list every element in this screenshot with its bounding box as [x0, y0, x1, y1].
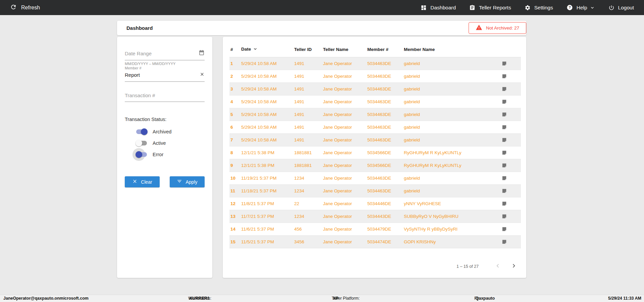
note-icon[interactable]	[501, 150, 507, 155]
note-icon[interactable]	[501, 226, 507, 231]
cell-date[interactable]: 5/29/24 10:58 AM	[241, 108, 294, 121]
nav-settings[interactable]: Settings	[525, 5, 553, 11]
cell-member-num[interactable]: 5034463DE	[367, 70, 404, 83]
note-icon[interactable]	[501, 239, 507, 244]
note-icon[interactable]	[501, 201, 507, 206]
note-icon[interactable]	[501, 73, 507, 78]
cell-teller-name[interactable]: Jane Operator	[323, 197, 367, 210]
not-archived-badge[interactable]: Not Archived: 27	[469, 22, 526, 34]
cell-teller-id[interactable]: 1491	[294, 108, 323, 121]
cell-member-name[interactable]: gabrield	[404, 134, 501, 146]
cell-member-name[interactable]: SUBByRyO V NyGyBHIRU	[404, 210, 501, 223]
nav-teller-reports[interactable]: Teller Reports	[469, 5, 511, 11]
cell-date[interactable]: 11/19/21 5:37 PM	[241, 172, 294, 185]
cell-member-num[interactable]: 5034463DE	[367, 172, 404, 185]
cell-teller-name[interactable]: Jane Operator	[323, 70, 367, 83]
cell-teller-id[interactable]: 3456	[294, 236, 323, 248]
nav-help[interactable]: ? Help	[567, 4, 595, 11]
cell-member-num[interactable]: 5034463DE	[367, 134, 404, 146]
note-icon[interactable]	[501, 214, 507, 219]
cell-date[interactable]: 5/29/24 10:58 AM	[241, 83, 294, 96]
col-header-teller-id[interactable]: Teller ID	[294, 43, 323, 57]
col-header-member-name[interactable]: Member Name	[404, 43, 501, 57]
table-row[interactable]: 3 5/29/24 10:58 AM 1491 Jane Operator 50…	[229, 83, 521, 96]
toggle-archived[interactable]: Archived	[136, 126, 205, 137]
cell-teller-id[interactable]: 1881881	[294, 146, 323, 159]
cell-date[interactable]: 5/29/24 10:58 AM	[241, 57, 294, 70]
note-icon[interactable]	[501, 188, 507, 193]
cell-member-num[interactable]: 5034463DE	[367, 185, 404, 197]
active-switch[interactable]	[136, 140, 148, 146]
cell-member-num[interactable]: 5034443DE	[367, 210, 404, 223]
cell-member-num[interactable]: 5034479DE	[367, 223, 404, 236]
cell-teller-id[interactable]: 1491	[294, 70, 323, 83]
calendar-icon[interactable]	[199, 50, 205, 57]
table-row[interactable]: 1 5/29/24 10:58 AM 1491 Jane Operator 50…	[229, 57, 521, 70]
cell-date[interactable]: 5/29/24 10:58 AM	[241, 134, 294, 146]
clear-button[interactable]: Clear	[125, 176, 160, 187]
cell-member-name[interactable]: yNNY VyRGHESE	[404, 197, 501, 210]
cell-teller-name[interactable]: Jane Operator	[323, 121, 367, 134]
cell-teller-id[interactable]: 1881881	[294, 159, 323, 172]
cell-member-name[interactable]: gabrield	[404, 108, 501, 121]
cell-member-name[interactable]: gabrield	[404, 57, 501, 70]
cell-teller-id[interactable]: 1491	[294, 134, 323, 146]
cell-member-num[interactable]: 5034463DE	[367, 57, 404, 70]
table-row[interactable]: 8 12/1/21 5:38 PM 1881881 Jane Operator …	[229, 146, 521, 159]
cell-teller-name[interactable]: Jane Operator	[323, 146, 367, 159]
table-row[interactable]: 9 12/1/21 5:38 PM 1881881 Jane Operator …	[229, 159, 521, 172]
cell-member-num[interactable]: 5034446DE	[367, 197, 404, 210]
cell-teller-id[interactable]: 1491	[294, 57, 323, 70]
cell-member-num[interactable]: 5034463DE	[367, 96, 404, 108]
table-row[interactable]: 12 11/8/21 5:37 PM 22 Jane Operator 5034…	[229, 197, 521, 210]
cell-teller-name[interactable]: Jane Operator	[323, 223, 367, 236]
cell-teller-name[interactable]: Jane Operator	[323, 185, 367, 197]
table-row[interactable]: 13 11/7/21 5:37 PM 1234 Jane Operator 50…	[229, 210, 521, 223]
cell-date[interactable]: 11/8/21 5:37 PM	[241, 197, 294, 210]
cell-teller-name[interactable]: Jane Operator	[323, 236, 367, 248]
cell-member-num[interactable]: 5034463DE	[367, 83, 404, 96]
cell-member-name[interactable]: gabrield	[404, 96, 501, 108]
table-row[interactable]: 2 5/29/24 10:58 AM 1491 Jane Operator 50…	[229, 70, 521, 83]
cell-member-name[interactable]: gabrield	[404, 121, 501, 134]
cell-member-name[interactable]: gabrield	[404, 70, 501, 83]
next-page-button[interactable]	[510, 262, 518, 270]
cell-teller-id[interactable]: 22	[294, 197, 323, 210]
table-row[interactable]: 5 5/29/24 10:58 AM 1491 Jane Operator 50…	[229, 108, 521, 121]
table-row[interactable]: 15 11/5/21 5:37 PM 3456 Jane Operator 50…	[229, 236, 521, 248]
col-header-member-num[interactable]: Member #	[367, 43, 404, 57]
apply-button[interactable]: Apply	[170, 176, 205, 187]
cell-date[interactable]: 5/29/24 10:58 AM	[241, 121, 294, 134]
note-icon[interactable]	[501, 175, 507, 180]
note-icon[interactable]	[501, 61, 507, 66]
nav-logout[interactable]: Logout	[608, 5, 634, 11]
cell-teller-id[interactable]: 1234	[294, 185, 323, 197]
cell-member-num[interactable]: 5034474DE	[367, 236, 404, 248]
cell-date[interactable]: 5/29/24 10:58 AM	[241, 70, 294, 83]
cell-teller-name[interactable]: Jane Operator	[323, 172, 367, 185]
cell-teller-name[interactable]: Jane Operator	[323, 210, 367, 223]
cell-teller-name[interactable]: Jane Operator	[323, 96, 367, 108]
cell-teller-name[interactable]: Jane Operator	[323, 57, 367, 70]
cell-teller-name[interactable]: Jane Operator	[323, 83, 367, 96]
table-row[interactable]: 14 11/6/21 5:37 PM 456 Jane Operator 503…	[229, 223, 521, 236]
cell-date[interactable]: 11/7/21 5:37 PM	[241, 210, 294, 223]
note-icon[interactable]	[501, 86, 507, 91]
toggle-error[interactable]: Error	[136, 149, 205, 160]
col-header-teller-name[interactable]: Teller Name	[323, 43, 367, 57]
cell-member-name[interactable]: gabrield	[404, 83, 501, 96]
note-icon[interactable]	[501, 163, 507, 168]
member-input[interactable]: Report	[125, 70, 205, 82]
cell-teller-name[interactable]: Jane Operator	[323, 159, 367, 172]
cell-member-name[interactable]: gabrield	[404, 185, 501, 197]
cell-date[interactable]: 11/5/21 5:37 PM	[241, 236, 294, 248]
note-icon[interactable]	[501, 137, 507, 142]
cell-teller-id[interactable]: 1234	[294, 210, 323, 223]
note-icon[interactable]	[501, 112, 507, 117]
cell-member-name[interactable]: gabrield	[404, 172, 501, 185]
col-header-date[interactable]: Date	[241, 43, 294, 57]
table-row[interactable]: 10 11/19/21 5:37 PM 1234 Jane Operator 5…	[229, 172, 521, 185]
cell-teller-id[interactable]: 1234	[294, 172, 323, 185]
cell-member-name[interactable]: RyGHURyM R KyLyKUNTLy	[404, 159, 501, 172]
cell-member-name[interactable]: RyGHURyM R KyLyKUNTLy	[404, 146, 501, 159]
